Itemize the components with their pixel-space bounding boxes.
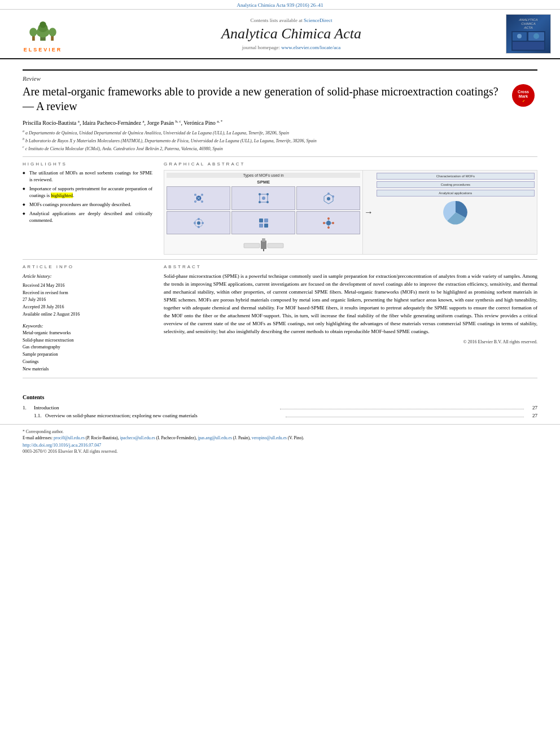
svg-point-32: [262, 196, 265, 200]
highlights-column: HIGHLIGHTS The utilization of MOFs as no…: [23, 161, 152, 255]
highlighted-word: highlighted: [51, 193, 73, 198]
email-link-4[interactable]: veropino@ull.edu.es: [252, 435, 287, 440]
svg-point-40: [202, 222, 204, 224]
ga-arrow: →: [363, 171, 374, 254]
elsevier-logo: [18, 16, 68, 47]
science-direct-anchor[interactable]: ScienceDirect: [304, 18, 332, 23]
article-title: Are metal-organic frameworks able to pro…: [23, 84, 537, 113]
science-direct-link: Contents lists available at ScienceDirec…: [82, 18, 500, 23]
mof-structure-3-icon: [322, 192, 335, 204]
article-body: Review Are metal-organic frameworks able…: [0, 59, 560, 388]
affiliation-b: b b Laboratorio de Rayos X y Materiales …: [23, 137, 537, 145]
contents-subnumber-1-1: 1.1.: [34, 413, 45, 418]
affiliations: a a Departamento de Química, Unidad Depa…: [23, 129, 537, 152]
journal-homepage: journal homepage: www.elsevier.com/locat…: [82, 45, 500, 50]
keyword-5: Coatings: [23, 359, 152, 366]
ga-box-applications: Analytical applications: [377, 190, 535, 196]
journal-homepage-link[interactable]: www.elsevier.com/locate/aca: [281, 45, 340, 50]
svg-point-31: [266, 201, 269, 203]
svg-point-39: [198, 218, 200, 220]
keyword-4: Sample preparation: [23, 351, 152, 359]
info-abstract-section: ARTICLE INFO Article history: Received 2…: [23, 264, 537, 373]
mof-structure-1-icon: [193, 192, 205, 204]
keyword-1: Metal-organic frameworks: [23, 330, 152, 337]
svg-point-50: [327, 217, 330, 220]
keywords-section: Keywords: Metal-organic frameworks Solid…: [23, 323, 152, 373]
graphical-abstract-heading: GRAPHICAL ABSTRACT: [164, 161, 537, 167]
svg-point-34: [327, 197, 330, 200]
svg-text:Cross: Cross: [518, 90, 529, 94]
cover-thumbnail-icon: [511, 31, 545, 51]
abstract-column: ABSTRACT Solid-phase microextraction (SP…: [164, 264, 537, 373]
svg-rect-46: [264, 224, 268, 228]
mof-structure-2-icon: [257, 192, 270, 204]
spme-fiber-icon: [241, 238, 286, 252]
svg-point-42: [194, 222, 196, 224]
history-title: Article history:: [23, 273, 152, 281]
ga-mof-cell-1: [167, 186, 230, 210]
ga-mof-cell-6: [296, 211, 360, 235]
article-info-heading: ARTICLE INFO: [23, 264, 152, 269]
elsevier-tree-icon: [29, 20, 57, 42]
svg-point-28: [259, 193, 261, 195]
ga-box-coating: Coating procedures: [377, 181, 535, 188]
svg-point-30: [259, 201, 261, 203]
svg-point-53: [332, 222, 334, 224]
header-divider: [23, 69, 537, 71]
journal-reference-bar: Analytica Chimica Acta 939 (2016) 26–41: [0, 0, 560, 10]
contents-page-1: 27: [526, 405, 537, 410]
elsevier-wordmark: ELSEVIER: [24, 47, 63, 53]
received-date: Received 24 May 2016: [23, 282, 152, 290]
ga-mof-cell-3: [296, 186, 360, 210]
highlight-item-1: The utilization of MOFs as novel sorbent…: [23, 170, 152, 184]
journal-title: Analytica Chimica Acta: [82, 25, 500, 42]
section-divider-2: [23, 259, 537, 260]
svg-rect-43: [259, 219, 263, 222]
ga-left-panel: Types of MOFs used in SPME: [164, 171, 363, 254]
keyword-3: Gas chromatography: [23, 344, 152, 351]
ga-mof-cell-2: [231, 186, 295, 210]
highlights-abstract-section: HIGHLIGHTS The utilization of MOFs as no…: [23, 161, 537, 255]
crossmark-svg: Cross Mark ✓: [513, 85, 534, 106]
email-link-2[interactable]: ipacheco@ull.edu.es: [120, 435, 155, 440]
journal-header: ELSEVIER Contents lists available at Sci…: [0, 10, 560, 59]
ga-fiber-diagram: [167, 238, 360, 252]
contents-dots-1: [280, 404, 524, 409]
contents-heading: Contents: [23, 394, 537, 400]
page: Analytica Chimica Acta 939 (2016) 26–41 …: [0, 0, 560, 747]
received-revised-date: Received in revised form27 July 2016: [23, 290, 152, 304]
crossmark-icon: Cross Mark ✓: [512, 84, 535, 107]
keyword-2: Solid-phase microextraction: [23, 337, 152, 344]
svg-point-36: [332, 195, 334, 198]
journal-title-section: Contents lists available at ScienceDirec…: [82, 18, 500, 50]
abstract-text: Solid-phase microextraction (SPME) is a …: [164, 273, 537, 336]
email-link-1[interactable]: proci0@ull.edu.es: [54, 435, 85, 440]
crossmark-badge[interactable]: Cross Mark ✓: [512, 84, 537, 110]
svg-point-3: [40, 21, 46, 28]
journal-cover-image: ANALYTICACHIMICAACTA: [506, 14, 551, 54]
ga-mof-cell-5: [231, 211, 295, 235]
svg-point-7: [49, 28, 56, 36]
svg-point-13: [533, 33, 539, 39]
ga-right-boxes: Characterization of MOFs Coating procedu…: [377, 173, 535, 252]
svg-rect-57: [244, 243, 260, 248]
svg-point-12: [517, 34, 522, 38]
svg-point-6: [29, 28, 37, 36]
keyword-6: New materials: [23, 366, 152, 373]
svg-rect-45: [259, 224, 263, 228]
mof-structure-6-icon: [322, 217, 335, 229]
svg-point-51: [327, 226, 330, 229]
email-label: E-mail addresses:: [23, 435, 53, 440]
highlights-heading: HIGHLIGHTS: [23, 161, 152, 167]
graphical-abstract-column: GRAPHICAL ABSTRACT Types of MOFs used in…: [164, 161, 537, 255]
doi-anchor[interactable]: http://dx.doi.org/10.1016/j.aca.2016.07.…: [23, 443, 101, 448]
email-link-3[interactable]: jpas.ang@ull.edu.es: [198, 435, 231, 440]
ga-left-label: Types of MOFs used in: [167, 173, 360, 178]
svg-point-29: [266, 193, 269, 195]
ga-mof-cell-4: [167, 211, 230, 235]
section-divider-1: [23, 156, 537, 157]
ga-right-panel: Characterization of MOFs Coating procedu…: [374, 171, 537, 254]
mof-structure-5-icon: [257, 217, 270, 229]
elsevier-logo-section: ELSEVIER: [9, 16, 77, 53]
contents-section: Contents 1. Introduction 27 1.1. Overvie…: [0, 394, 560, 418]
